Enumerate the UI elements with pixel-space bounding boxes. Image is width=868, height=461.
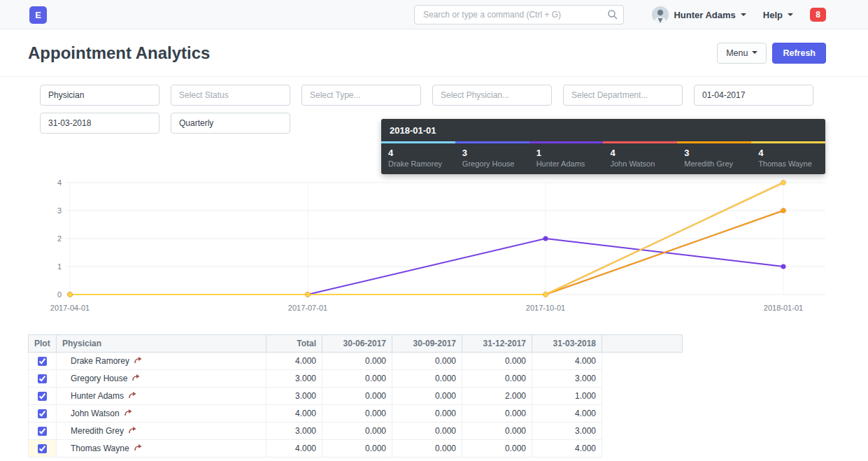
physician-name: Gregory House: [71, 374, 127, 383]
filter-status[interactable]: Select Status: [171, 85, 290, 106]
tooltip-item: 3Gregory House: [455, 141, 529, 174]
value-cell: 4.000: [532, 405, 602, 423]
physician-name: Drake Ramorey: [71, 356, 129, 366]
filter-from-date[interactable]: 01-04-2017: [694, 85, 813, 106]
table-row: Gregory House3.0000.0000.0000.0003.000: [29, 370, 683, 388]
filter-department[interactable]: Select Department...: [563, 85, 683, 106]
physician-name: Hunter Adams: [71, 391, 124, 401]
svg-text:2017-10-01: 2017-10-01: [526, 304, 565, 312]
value-cell: 4.000: [266, 405, 322, 423]
svg-text:1: 1: [57, 262, 62, 271]
table-row: Drake Ramorey4.0000.0000.0000.0004.000: [29, 353, 683, 370]
table-row: John Watson4.0000.0000.0000.0004.000: [29, 405, 683, 423]
user-menu[interactable]: Hunter Adams: [652, 6, 746, 23]
column-header-31-12-2017[interactable]: 31-12-2017: [462, 335, 532, 353]
filter-appointment-type[interactable]: Select Type...: [301, 85, 421, 106]
value-cell: 3.000: [266, 388, 322, 405]
open-link-arrow-icon[interactable]: [134, 444, 142, 454]
navbar-right: Hunter Adams Help 8: [652, 0, 826, 29]
tooltip-item: 1Hunter Adams: [529, 141, 604, 174]
value-cell: 1.000: [532, 388, 602, 405]
physician-cell: Drake Ramorey: [57, 353, 266, 370]
tooltip-item: 3Meredith Grey: [677, 141, 751, 174]
filter-range[interactable]: Quarterly: [171, 113, 290, 134]
physician-cell: Gregory House: [57, 370, 266, 388]
physician-name: Thomas Wayne: [71, 444, 129, 453]
menu-button-label: Menu: [726, 48, 748, 58]
search-icon[interactable]: [607, 9, 618, 20]
svg-text:2017-07-01: 2017-07-01: [288, 304, 327, 312]
value-cell: 0.000: [462, 423, 532, 440]
value-cell: 3.000: [532, 370, 602, 388]
value-cell: 0.000: [392, 353, 462, 370]
search-input[interactable]: [414, 5, 624, 24]
menu-button[interactable]: Menu: [717, 43, 767, 64]
physician-cell: Meredith Grey: [57, 423, 266, 440]
svg-text:2: 2: [57, 234, 62, 243]
avatar: [652, 6, 669, 23]
page-head: Appointment Analytics Menu Refresh: [0, 29, 868, 77]
value-cell: 0.000: [462, 405, 532, 423]
svg-text:4: 4: [57, 178, 62, 187]
column-header-31-03-2018[interactable]: 31-03-2018: [532, 335, 602, 353]
filter-to-date[interactable]: 31-03-2018: [40, 113, 159, 134]
svg-text:2017-04-01: 2017-04-01: [50, 304, 90, 312]
column-header-physician[interactable]: Physician: [57, 335, 266, 353]
plot-cell: [29, 370, 57, 388]
filler-cell: [602, 440, 683, 458]
page-title: Appointment Analytics: [28, 43, 210, 63]
tooltip-item-value: 4: [388, 148, 448, 158]
open-link-arrow-icon[interactable]: [131, 374, 140, 384]
column-header-30-06-2017[interactable]: 30-06-2017: [322, 335, 392, 353]
value-cell: 4.000: [266, 440, 322, 458]
value-cell: 0.000: [322, 370, 392, 388]
physician-cell: Thomas Wayne: [57, 440, 266, 458]
value-cell: 0.000: [322, 405, 392, 423]
value-cell: 0.000: [462, 370, 532, 388]
plot-checkbox[interactable]: [38, 374, 47, 383]
column-header-filler: [602, 335, 683, 353]
app-logo[interactable]: E: [29, 6, 47, 24]
column-header-plot[interactable]: Plot: [29, 335, 57, 353]
plot-checkbox[interactable]: [38, 392, 47, 401]
notifications-badge[interactable]: 8: [810, 8, 826, 22]
column-header-total[interactable]: Total: [266, 335, 322, 353]
tooltip-item-label: Hunter Adams: [536, 159, 597, 168]
open-link-arrow-icon[interactable]: [128, 426, 136, 437]
tooltip-item-label: John Watson: [610, 159, 670, 168]
open-link-arrow-icon[interactable]: [128, 391, 136, 402]
chevron-down-icon: [752, 51, 757, 57]
value-cell: 3.000: [266, 423, 322, 440]
physician-name: Meredith Grey: [71, 426, 124, 436]
table-row: Meredith Grey3.0000.0000.0000.0003.000: [29, 423, 683, 440]
open-link-arrow-icon[interactable]: [134, 356, 142, 367]
value-cell: 0.000: [392, 423, 462, 440]
line-chart[interactable]: 012342017-04-012017-07-012017-10-012018-…: [0, 166, 868, 316]
svg-text:0: 0: [57, 290, 62, 299]
column-header-30-09-2017[interactable]: 30-09-2017: [392, 335, 462, 353]
refresh-button[interactable]: Refresh: [772, 43, 826, 64]
value-cell: 0.000: [462, 440, 532, 458]
plot-cell: [29, 388, 57, 405]
chart-tooltip: 2018-01-01 4Drake Ramorey3Gregory House1…: [381, 119, 825, 174]
tooltip-item: 4Drake Ramorey: [381, 141, 455, 174]
plot-checkbox[interactable]: [38, 409, 47, 418]
plot-cell: [29, 440, 57, 458]
plot-cell: [29, 353, 57, 370]
filler-cell: [602, 423, 683, 440]
open-link-arrow-icon[interactable]: [124, 409, 132, 419]
value-cell: 4.000: [266, 353, 322, 370]
plot-checkbox[interactable]: [38, 444, 47, 453]
tooltip-item-value: 4: [758, 148, 818, 158]
plot-checkbox[interactable]: [38, 357, 47, 366]
value-cell: 0.000: [462, 353, 532, 370]
filter-tree-type[interactable]: Physician: [40, 85, 159, 106]
value-cell: 0.000: [322, 353, 392, 370]
chevron-down-icon: [741, 13, 746, 19]
help-menu[interactable]: Help: [763, 10, 793, 20]
value-cell: 3.000: [266, 370, 322, 388]
help-label: Help: [763, 10, 783, 20]
tooltip-item-value: 3: [684, 148, 744, 158]
plot-checkbox[interactable]: [38, 427, 47, 436]
filter-physician[interactable]: Select Physician...: [432, 85, 552, 106]
